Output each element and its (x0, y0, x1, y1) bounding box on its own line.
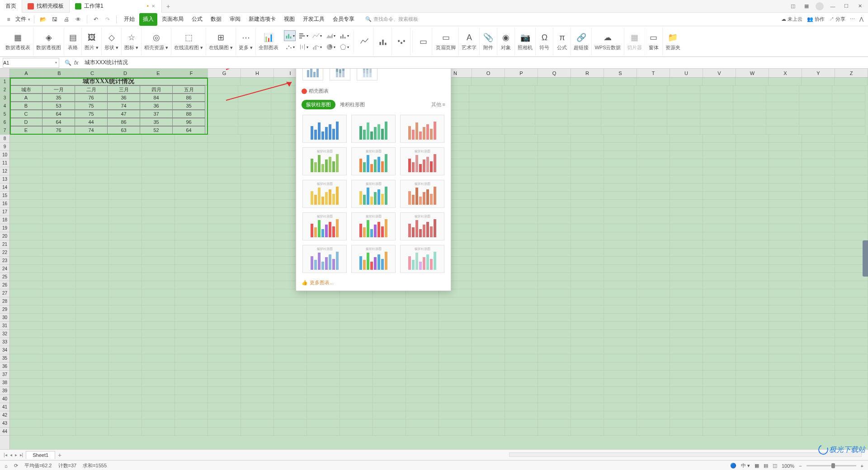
cell-B8[interactable] (43, 135, 76, 143)
cell-Z41[interactable] (835, 403, 868, 411)
cell-Z17[interactable] (835, 208, 868, 216)
ribbon-在线流程图[interactable]: ⬚在线流程图 ▾ (171, 28, 206, 56)
cell-D14[interactable] (109, 183, 142, 192)
row-header-43[interactable]: 43 (0, 419, 9, 428)
ribbon-公式[interactable]: π公式 (553, 28, 571, 56)
cell-V2[interactable] (700, 86, 733, 94)
cell-R3[interactable] (568, 94, 601, 102)
cell-Q37[interactable] (538, 371, 571, 379)
cell-R12[interactable] (571, 167, 604, 175)
cell-G37[interactable] (208, 371, 241, 379)
cell-C8[interactable] (76, 135, 109, 143)
cell-S37[interactable] (604, 371, 637, 379)
cell-G42[interactable] (208, 411, 241, 419)
cell-A42[interactable] (10, 411, 43, 419)
cell-L41[interactable] (373, 403, 406, 411)
row-header-18[interactable]: 18 (0, 216, 9, 224)
cell-R9[interactable] (571, 143, 604, 151)
cell-C12[interactable] (76, 167, 109, 175)
cell-Y30[interactable] (802, 314, 835, 322)
cell-V16[interactable] (703, 200, 736, 208)
cell-H32[interactable] (241, 330, 274, 338)
cell-Z27[interactable] (835, 289, 868, 297)
cell-J28[interactable] (307, 297, 340, 306)
cell-S18[interactable] (604, 216, 637, 224)
cell-D7[interactable]: 63 (107, 126, 140, 134)
cell-W25[interactable] (736, 273, 769, 281)
cell-G14[interactable] (208, 183, 241, 192)
cell-T21[interactable] (637, 240, 670, 249)
cell-B23[interactable] (43, 257, 76, 265)
cell-B40[interactable] (43, 395, 76, 403)
cell-L36[interactable] (373, 362, 406, 371)
cell-K34[interactable] (340, 346, 373, 354)
cell-O31[interactable] (472, 322, 505, 330)
col-header-T[interactable]: T (637, 69, 670, 77)
cell-G23[interactable] (208, 257, 241, 265)
cell-Q15[interactable] (538, 192, 571, 200)
cell-U32[interactable] (670, 330, 703, 338)
row-header-8[interactable]: 8 (0, 135, 9, 143)
cell-V29[interactable] (703, 306, 736, 314)
cell-Y31[interactable] (802, 322, 835, 330)
cell-R14[interactable] (571, 183, 604, 192)
cell-G27[interactable] (208, 289, 241, 297)
cell-N44[interactable] (439, 428, 472, 436)
cell-C31[interactable] (76, 322, 109, 330)
cell-O37[interactable] (472, 371, 505, 379)
cell-J44[interactable] (307, 428, 340, 436)
cell-C9[interactable] (76, 143, 109, 151)
cell-A26[interactable] (10, 281, 43, 289)
ribbon-页眉页脚[interactable]: ▭页眉页脚 (433, 28, 459, 56)
cell-W31[interactable] (736, 322, 769, 330)
line-chart-button[interactable]: ▾ (311, 30, 323, 41)
cell-G29[interactable] (208, 306, 241, 314)
cell-B22[interactable] (43, 249, 76, 257)
cell-I31[interactable] (274, 322, 307, 330)
add-sheet-button[interactable]: + (58, 451, 61, 459)
cell-V4[interactable] (700, 102, 733, 110)
cell-T10[interactable] (637, 151, 670, 159)
cell-F36[interactable] (175, 362, 208, 371)
cell-K28[interactable] (340, 297, 373, 306)
cell-B26[interactable] (43, 281, 76, 289)
ribbon-数据透视表[interactable]: ▦数据透视表 (3, 28, 33, 56)
cell-W5[interactable] (733, 110, 766, 118)
cell-L37[interactable] (373, 371, 406, 379)
cell-M29[interactable] (406, 306, 439, 314)
cell-C41[interactable] (76, 403, 109, 411)
pie-chart-button[interactable]: ▾ (325, 42, 336, 52)
cell-H17[interactable] (241, 208, 274, 216)
cell-S5[interactable] (601, 110, 634, 118)
cell-J41[interactable] (307, 403, 340, 411)
cell-O2[interactable] (469, 86, 502, 94)
cell-U8[interactable] (670, 135, 703, 143)
cell-V15[interactable] (703, 192, 736, 200)
cell-E4[interactable]: 36 (140, 102, 173, 110)
cell-A3[interactable]: A (9, 94, 42, 102)
cell-V17[interactable] (703, 208, 736, 216)
cell-V12[interactable] (703, 167, 736, 175)
cell-Q10[interactable] (538, 151, 571, 159)
zoom-value[interactable]: 100% (782, 463, 794, 469)
cell-B42[interactable] (43, 411, 76, 419)
cell-D8[interactable] (109, 135, 142, 143)
cell-T38[interactable] (637, 379, 670, 387)
menu-tab-6[interactable]: 新建选项卡 (245, 13, 279, 26)
cell-W32[interactable] (736, 330, 769, 338)
cell-K38[interactable] (340, 379, 373, 387)
cell-W19[interactable] (736, 224, 769, 232)
cell-E22[interactable] (142, 249, 175, 257)
cell-J32[interactable] (307, 330, 340, 338)
cell-Z9[interactable] (835, 143, 868, 151)
cell-K32[interactable] (340, 330, 373, 338)
cell-R8[interactable] (571, 135, 604, 143)
cell-X19[interactable] (769, 224, 802, 232)
cell-S13[interactable] (604, 175, 637, 183)
cell-O42[interactable] (472, 411, 505, 419)
cell-Y41[interactable] (802, 403, 835, 411)
cell-S20[interactable] (604, 232, 637, 240)
cell-E23[interactable] (142, 257, 175, 265)
cell-C2[interactable]: 二月 (75, 85, 108, 94)
cell-G33[interactable] (208, 338, 241, 346)
